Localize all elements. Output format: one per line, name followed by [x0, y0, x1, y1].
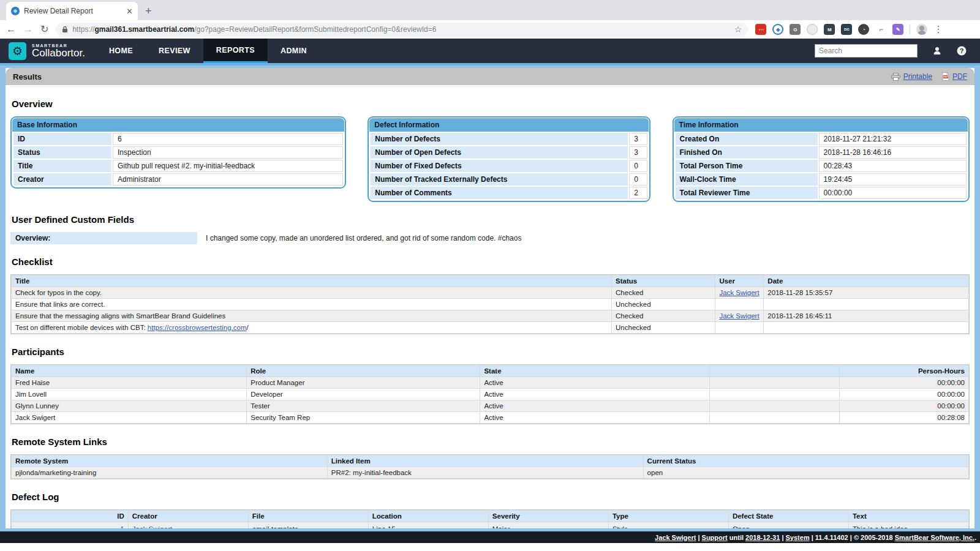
- checklist-status: Checked: [612, 287, 715, 298]
- table-row: Finished On 2018-11-28 16:46:16: [676, 146, 967, 159]
- help-icon[interactable]: ?: [957, 46, 967, 56]
- dark-circle-extension-icon[interactable]: ◔: [858, 24, 869, 35]
- url-text: https://gmail361.smartbeartrial.com/go?p…: [72, 25, 436, 34]
- red-extension-icon[interactable]: ⋯: [755, 24, 766, 35]
- collaborator-logo-icon: ⚙: [9, 42, 26, 60]
- defect-id: 1: [12, 522, 128, 531]
- g-extension-icon[interactable]: G: [790, 24, 801, 35]
- field-value: 2018-11-27 21:21:32: [819, 133, 967, 145]
- participant-blank: [710, 377, 839, 388]
- reload-icon[interactable]: ↻: [40, 24, 48, 34]
- printable-link[interactable]: Printable: [903, 72, 932, 81]
- footer-user-link[interactable]: Jack Swigert: [655, 534, 696, 541]
- participant-blank: [710, 412, 839, 423]
- column-header: [710, 365, 839, 377]
- column-header: User: [715, 276, 763, 287]
- header-right: ?: [815, 39, 980, 63]
- field-label: Creator: [13, 173, 111, 186]
- footer-version-copyright: | 11.4.11402 | © 2005-2018: [810, 534, 895, 541]
- checklist-status: Unchecked: [612, 322, 715, 333]
- checklist-user: Jack Swigert: [715, 287, 763, 298]
- purple-pen-extension-icon[interactable]: ✎: [892, 24, 903, 35]
- tab-close-icon[interactable]: ✕: [126, 7, 133, 16]
- footer-text: .: [974, 534, 976, 541]
- table-row: Jack Swigert Security Team Rep Active 00…: [12, 412, 968, 423]
- column-header: Person-Hours: [840, 365, 968, 377]
- overview-cards: Base Information ID 6 Status Inspection …: [10, 116, 970, 202]
- pdf-icon[interactable]: PDF: [942, 72, 949, 81]
- participant-state: Active: [480, 389, 709, 400]
- custom-fields-heading: User Defined Custom Fields: [12, 214, 970, 225]
- defect-information-title: Defect Information: [369, 118, 649, 132]
- table-row: Number of Comments 2: [371, 187, 647, 199]
- field-label: Number of Fixed Defects: [371, 160, 628, 172]
- checklist-user: [715, 299, 763, 310]
- overview-heading: Overview: [12, 99, 970, 109]
- participant-state: Active: [480, 377, 709, 388]
- checklist-status: Checked: [612, 310, 715, 321]
- extensions-row: ⋯ ◆ G M DG ◔ ⌐ ✎ ⋮: [755, 24, 943, 35]
- bookmark-star-icon[interactable]: ☆: [734, 24, 742, 34]
- field-value: 0: [629, 160, 647, 172]
- column-header: Date: [764, 276, 968, 287]
- column-header: Creator: [129, 511, 248, 522]
- new-tab-icon[interactable]: +: [145, 5, 152, 20]
- participant-state: Active: [480, 412, 709, 423]
- column-header: ID: [12, 511, 128, 522]
- table-row: 1 Jack Swigert email-template Line 15 Ma…: [12, 522, 968, 531]
- profile-icon[interactable]: [916, 24, 927, 35]
- defect-information-card: Defect Information Number of Defects 3 N…: [368, 116, 650, 202]
- column-header: Linked Item: [328, 455, 643, 467]
- table-row: ID 6: [13, 133, 343, 145]
- checklist-user: [715, 322, 763, 333]
- field-value: 00:28:43: [819, 160, 967, 172]
- footer-support-link[interactable]: Support: [702, 534, 728, 541]
- nav-item-review[interactable]: REVIEW: [146, 39, 203, 63]
- field-value: 6: [113, 133, 343, 145]
- column-header: Location: [369, 511, 488, 522]
- browser-tab[interactable]: Review Detail Report ✕: [6, 2, 138, 20]
- participant-hours: 00:00:00: [840, 377, 968, 388]
- search-input[interactable]: [815, 47, 918, 55]
- m-extension-icon[interactable]: M: [824, 24, 835, 35]
- user-link[interactable]: Jack Swigert: [132, 525, 172, 531]
- address-bar[interactable]: https://gmail361.smartbeartrial.com/go?p…: [56, 23, 748, 37]
- user-link[interactable]: Jack Swigert: [719, 312, 759, 320]
- nav-item-reports[interactable]: REPORTS: [203, 39, 268, 63]
- checklist-title: Check for typos in the copy.: [12, 287, 611, 298]
- elbow-extension-icon[interactable]: ⌐: [875, 24, 886, 35]
- gray-circle-extension-icon[interactable]: [807, 24, 818, 35]
- forward-icon[interactable]: →: [23, 24, 33, 34]
- column-header: Text: [849, 511, 968, 522]
- pdf-link[interactable]: PDF: [952, 72, 967, 81]
- footer-support-date-link[interactable]: 2018-12-31: [745, 534, 780, 541]
- collaborator-extension-icon[interactable]: ◆: [772, 24, 783, 35]
- nav-item-admin[interactable]: ADMIN: [268, 39, 320, 63]
- nav-item-home[interactable]: HOME: [96, 39, 146, 63]
- field-label: Number of Tracked Externally Defects: [371, 173, 628, 186]
- browser-menu-icon[interactable]: ⋮: [933, 24, 943, 35]
- user-icon[interactable]: [932, 46, 942, 56]
- dg-extension-icon[interactable]: DG: [841, 24, 852, 35]
- back-icon[interactable]: ←: [6, 24, 16, 34]
- defect-id-link[interactable]: 1: [120, 525, 124, 531]
- defect-location: Line 15: [369, 522, 488, 531]
- table-row: Title Github pull request #2. my-initial…: [13, 160, 343, 172]
- user-link[interactable]: Jack Swigert: [719, 289, 759, 296]
- table-row: Number of Open Defects 3: [371, 146, 647, 159]
- table-header-row: Name Role State Person-Hours: [12, 365, 968, 377]
- svg-text:?: ?: [960, 47, 964, 54]
- checklist-date: 2018-11-28 16:45:11: [764, 310, 968, 321]
- collaborator-favicon-icon: [11, 7, 20, 15]
- cbt-link[interactable]: https://crossbrowsertesting.com: [148, 324, 247, 331]
- remote-links-heading: Remote System Links: [12, 437, 970, 447]
- toolbar-divider: [910, 24, 910, 35]
- column-header: Status: [612, 276, 715, 287]
- brand[interactable]: ⚙ SMARTBEAR Collabortor.: [0, 39, 96, 63]
- footer-system-link[interactable]: System: [786, 534, 810, 541]
- participant-role: Developer: [247, 389, 480, 400]
- table-row: Total Person Time 00:28:43: [676, 160, 967, 172]
- footer-smartbear-link[interactable]: SmartBear Software, Inc.: [895, 534, 974, 541]
- printer-icon[interactable]: [891, 73, 900, 81]
- defect-log-heading: Defect Log: [12, 492, 970, 502]
